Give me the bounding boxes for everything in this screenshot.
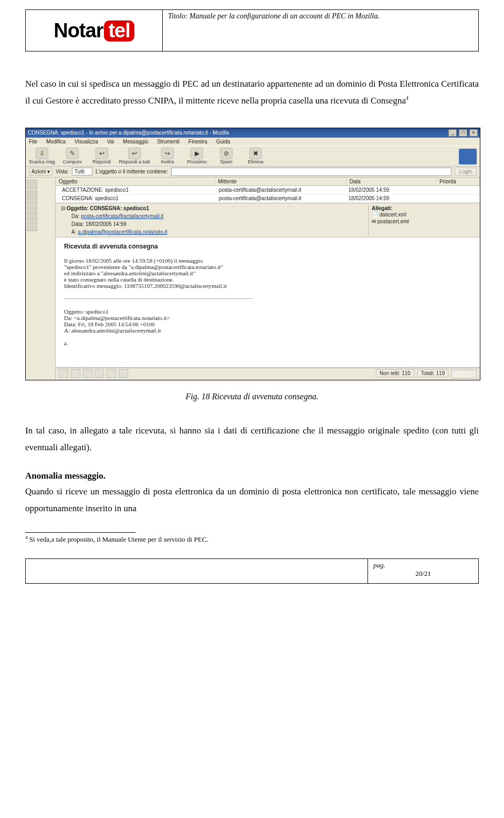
paragraph-1: Nel caso in cui si spedisca un messaggio… bbox=[25, 76, 479, 110]
message-row[interactable]: ACCETTAZIONE: spedisco1 posta-certificat… bbox=[56, 186, 480, 194]
from-link[interactable]: posta-certificata@actaliscertymail.it bbox=[81, 213, 163, 219]
tb-rispondi-tutti[interactable]: ↩Rispondi a tutti bbox=[119, 148, 151, 164]
menu-vai[interactable]: Vai bbox=[107, 139, 114, 144]
logo-box: Notartel bbox=[25, 9, 163, 51]
status-icon[interactable] bbox=[107, 369, 116, 378]
tb-componi[interactable]: ✎Componi bbox=[60, 148, 85, 164]
tb-rispondi[interactable]: ↩Rispondi bbox=[90, 148, 114, 164]
compose-icon: ✎ bbox=[66, 148, 79, 159]
tb-scarica[interactable]: ⇩Scarica msg bbox=[29, 148, 55, 164]
next-icon: ▶ bbox=[191, 148, 203, 159]
menu-guida[interactable]: Guida bbox=[216, 139, 230, 144]
message-row[interactable]: CONSEGNA: spedisco1 posta-certificata@ac… bbox=[56, 194, 480, 203]
message-header-pane: ⊟ Oggetto: CONSEGNA: spedisco1 Da: posta… bbox=[56, 203, 480, 237]
menu-file[interactable]: File bbox=[29, 139, 37, 144]
folder-icon[interactable] bbox=[27, 211, 37, 221]
download-icon: ⇩ bbox=[36, 148, 48, 159]
col-priorita[interactable]: Priorità bbox=[436, 178, 480, 185]
menu-visualizza[interactable]: Visualizza bbox=[75, 139, 98, 144]
figure-caption: Fig. 18 Ricevuta di avvenuta consegna. bbox=[25, 392, 479, 401]
status-icon[interactable] bbox=[94, 369, 104, 378]
tb-inoltra[interactable]: ↪Inoltra bbox=[155, 148, 180, 164]
attachments-box: Allegati: 📄 daticert.xml ✉ postacert.eml bbox=[368, 204, 475, 236]
login-button[interactable]: Login bbox=[455, 168, 477, 175]
progress-icon bbox=[452, 370, 477, 378]
logo: Notartel bbox=[54, 19, 134, 42]
status-icon[interactable] bbox=[71, 369, 80, 378]
delete-icon: ✖ bbox=[249, 148, 262, 159]
col-mittente[interactable]: Mittente bbox=[215, 178, 346, 185]
unread-count: Non letti: 110 bbox=[376, 369, 414, 377]
statusbar: Non letti: 110 Totali: 119 bbox=[56, 368, 480, 380]
section-heading: Anomalia messaggio. bbox=[25, 471, 479, 481]
vista-select[interactable]: Tutti bbox=[72, 168, 92, 175]
col-data[interactable]: Data bbox=[346, 178, 436, 185]
folder-icon[interactable] bbox=[27, 180, 37, 189]
spam-icon: ⊘ bbox=[220, 148, 233, 159]
menubar: File Modifica Visualizza Vai Messaggio S… bbox=[26, 138, 480, 146]
folder-sidebar bbox=[26, 178, 56, 380]
title-box: Titolo: Manuale per la configurazione di… bbox=[163, 9, 479, 51]
reply-all-icon: ↩ bbox=[128, 148, 141, 159]
title-text: Manuale per la configurazione di un acco… bbox=[187, 12, 380, 20]
to-link[interactable]: a.dipalma@postacertificata.notariato.it bbox=[78, 229, 167, 235]
folder-icon[interactable] bbox=[27, 222, 37, 231]
body-separator bbox=[64, 298, 253, 299]
search-row: Azioni ▾ Vista: Tutti L'oggetto o il mit… bbox=[26, 167, 480, 178]
close-icon[interactable]: × bbox=[469, 129, 478, 137]
window-titlebar: CONSEGNA: spedisco1 - In arrivo per a.di… bbox=[26, 128, 480, 138]
document-header: Notartel Titolo: Manuale per la configur… bbox=[25, 9, 479, 51]
footnote-separator bbox=[25, 532, 135, 533]
footer-left-box bbox=[25, 558, 368, 584]
minimize-icon[interactable]: _ bbox=[448, 129, 457, 137]
document-footer: pag. 20/21 bbox=[25, 558, 479, 584]
status-icon[interactable] bbox=[119, 369, 128, 378]
tb-prossimo[interactable]: ▶Prossimo bbox=[185, 148, 209, 164]
filter-input[interactable] bbox=[171, 168, 451, 176]
throbber-icon bbox=[459, 149, 477, 164]
status-counts: Non letti: 110 Totali: 119 bbox=[374, 370, 477, 378]
message-list-header: Oggetto Mittente Data Priorità bbox=[56, 178, 480, 186]
vista-label: Vista: bbox=[56, 169, 69, 174]
screenshot-figure: CONSEGNA: spedisco1 - In arrivo per a.di… bbox=[25, 128, 480, 380]
tb-spam[interactable]: ⊘Spam bbox=[214, 148, 238, 164]
window-title: CONSEGNA: spedisco1 - In arrivo per a.di… bbox=[28, 130, 229, 136]
filter-label: L'oggetto o il mittente contiene: bbox=[96, 169, 168, 174]
paragraph-2: In tal caso, in allegato a tale ricevuta… bbox=[25, 422, 479, 457]
logo-main: Notar bbox=[54, 19, 103, 42]
status-icon[interactable] bbox=[83, 369, 92, 378]
page-number: 20/21 bbox=[415, 570, 431, 578]
menu-modifica[interactable]: Modifica bbox=[46, 139, 66, 144]
message-body: Ricevuta di avvenuta consegna Il giorno … bbox=[56, 237, 480, 368]
menu-finestra[interactable]: Finestra bbox=[188, 139, 207, 144]
statusbar-icons bbox=[59, 369, 129, 379]
menu-messaggio[interactable]: Messaggio bbox=[123, 139, 148, 144]
col-oggetto[interactable]: Oggetto bbox=[56, 178, 215, 185]
window-controls: _ □ × bbox=[448, 129, 478, 137]
footer-right-box: pag. 20/21 bbox=[368, 558, 479, 584]
folder-icon[interactable] bbox=[27, 190, 37, 200]
paragraph-3: Quando si riceve un messaggio di posta e… bbox=[25, 483, 479, 517]
title-label: Titolo: bbox=[168, 12, 187, 20]
attachment-item[interactable]: ✉ postacert.eml bbox=[372, 218, 471, 225]
footnote-ref: 4 bbox=[406, 96, 408, 101]
footnote: 4 Si veda,a tale proposito, il Manuale U… bbox=[25, 535, 479, 544]
toolbar: ⇩Scarica msg ✎Componi ↩Rispondi ↩Rispond… bbox=[26, 146, 480, 167]
logo-accent: tel bbox=[104, 20, 134, 42]
body-heading: Ricevuta di avvenuta consegna bbox=[64, 243, 471, 250]
forward-icon: ↪ bbox=[161, 148, 174, 159]
total-count: Totali: 119 bbox=[417, 369, 449, 377]
menu-strumenti[interactable]: Strumenti bbox=[157, 139, 180, 144]
tb-elimina[interactable]: ✖Elimina bbox=[244, 148, 268, 164]
status-icon[interactable] bbox=[59, 369, 68, 378]
azioni-icon[interactable]: Azioni ▾ bbox=[29, 168, 52, 175]
pag-label: pag. bbox=[373, 561, 385, 570]
maximize-icon[interactable]: □ bbox=[459, 129, 467, 137]
attachment-item[interactable]: 📄 daticert.xml bbox=[372, 211, 471, 218]
folder-icon[interactable] bbox=[27, 201, 37, 210]
reply-icon: ↩ bbox=[96, 148, 108, 159]
